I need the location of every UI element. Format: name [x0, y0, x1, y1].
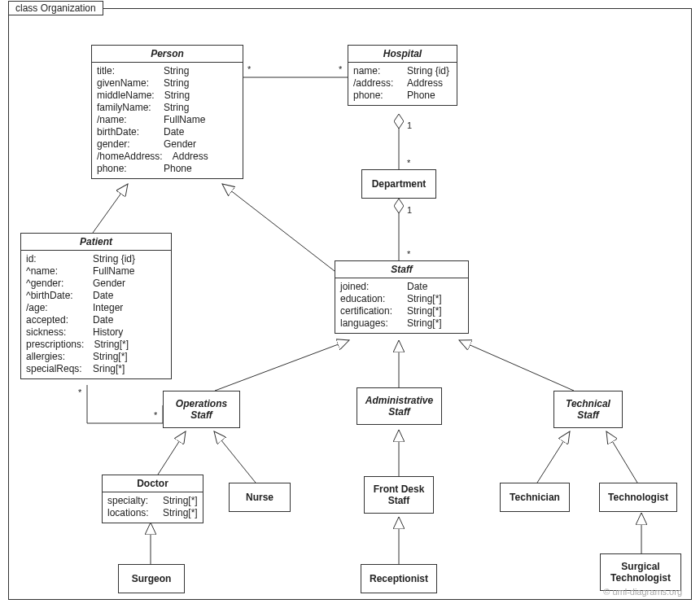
multiplicity: 1 [407, 205, 412, 215]
class-attrs: title:String givenName:String middleName… [92, 63, 243, 178]
class-department: Department [361, 169, 436, 199]
class-operations-staff: OperationsStaff [163, 391, 240, 428]
class-patient: Patient id:String {id} ^name:FullName ^g… [20, 233, 172, 379]
class-staff: Staff joined:Date education:String[*] ce… [335, 260, 469, 334]
class-doctor: Doctor specialty:String[*] locations:Str… [102, 475, 203, 523]
class-surgeon: Surgeon [118, 564, 185, 593]
multiplicity: 1 [407, 120, 412, 130]
class-front-desk-staff: Front DeskStaff [364, 476, 434, 514]
class-person: Person title:String givenName:String mid… [91, 45, 243, 179]
class-title: Hospital [348, 46, 457, 62]
class-surgical-technologist: SurgicalTechnologist [600, 553, 681, 591]
watermark: © uml-diagrams.org [603, 587, 682, 597]
class-title: Patient [21, 234, 171, 250]
class-nurse: Nurse [229, 483, 291, 512]
class-title: Person [92, 46, 243, 62]
multiplicity: * [407, 158, 410, 168]
multiplicity: * [78, 387, 81, 397]
class-administrative-staff: AdministrativeStaff [357, 387, 442, 425]
multiplicity: * [339, 64, 342, 74]
class-technologist: Technologist [599, 483, 677, 512]
class-technical-staff: TechnicalStaff [553, 391, 623, 428]
class-hospital: Hospital name:String {id} /address:Addre… [348, 45, 457, 106]
class-technician: Technician [500, 483, 570, 512]
package-title: class Organization [8, 1, 103, 15]
class-receptionist: Receptionist [361, 564, 437, 593]
multiplicity: * [407, 249, 410, 259]
multiplicity: * [154, 410, 157, 420]
multiplicity: * [247, 64, 251, 74]
